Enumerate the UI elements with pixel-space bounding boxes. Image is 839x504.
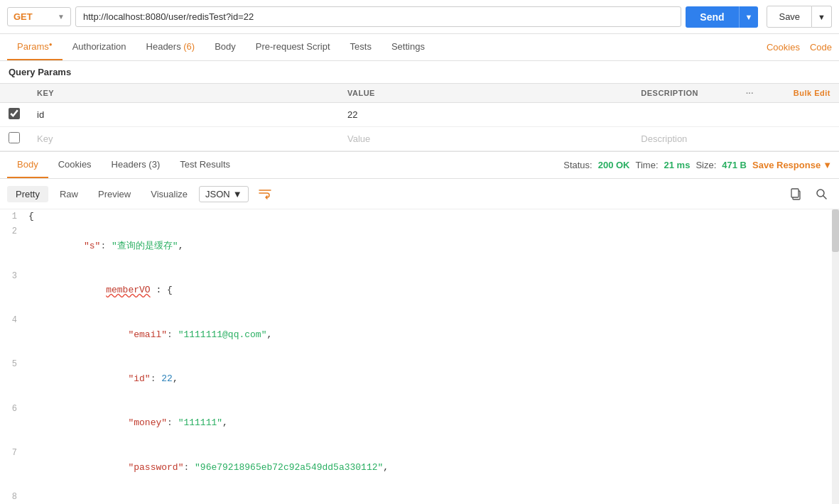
row-1-check[interactable] [0,103,28,127]
tab-tests[interactable]: Tests [340,34,381,60]
row-2-desc[interactable]: Description [632,127,735,151]
fmt-tab-preview[interactable]: Preview [90,186,139,202]
copy-icon[interactable] [785,183,806,204]
wrap-icon[interactable] [254,183,276,204]
tab-prerequest[interactable]: Pre-request Script [246,34,340,60]
tab-params[interactable]: Params● [7,34,63,60]
row-2-check[interactable] [0,127,28,151]
svg-rect-1 [791,189,799,197]
format-select-label: JSON [205,189,230,199]
scroll-track [832,209,839,504]
save-btn-group: Save ▼ [767,6,832,28]
row-2-actions [735,127,764,151]
row-1-actions [735,103,764,127]
top-bar: GET ▼ Send ▼ Save ▼ [0,0,839,34]
fmt-tab-pretty[interactable]: Pretty [7,186,48,202]
col-description: DESCRIPTION [632,84,735,103]
query-params-label: Query Params [0,61,839,84]
url-input[interactable] [75,6,681,27]
col-check [0,84,28,103]
bulk-edit-btn[interactable]: Bulk Edit [764,84,839,103]
tab-body[interactable]: Body [205,34,246,60]
tab-settings[interactable]: Settings [381,34,435,60]
size-value: 471 B [722,160,747,170]
send-dropdown-button[interactable]: ▼ [739,6,759,28]
status-label: Status: [563,160,592,170]
save-response-button[interactable]: Save Response ▼ [752,160,832,170]
row-1-desc[interactable] [632,103,735,127]
json-viewer: 1 { 2 "s": "查询的是缓存", 3 memberVO : { 4 [0,209,839,504]
save-dropdown-button[interactable]: ▼ [812,6,832,28]
send-button[interactable]: Send [686,6,738,28]
fmt-tab-raw[interactable]: Raw [51,186,87,202]
status-value: 200 OK [598,160,630,170]
params-table: KEY VALUE DESCRIPTION ··· Bulk Edit id 2… [0,84,839,151]
fmt-tab-visualize[interactable]: Visualize [142,186,196,202]
request-tabs: Params● Authorization Headers (6) Body P… [0,34,839,61]
json-line-5: 5 "id": 22, [0,357,839,401]
response-area: Body Cookies Headers (3) Test Results St… [0,151,839,504]
req-tabs-right: Cookies Code [767,42,832,53]
json-scroll-area: 1 { 2 "s": "查询的是缓存", 3 memberVO : { 4 [0,209,839,504]
size-label: Size: [695,160,716,170]
format-select-arrow-icon: ▼ [233,189,242,199]
col-value: VALUE [339,84,632,103]
json-line-6: 6 "money": "111111", [0,402,839,446]
method-arrow-icon: ▼ [58,13,65,21]
response-meta: Status: 200 OK Time: 21 ms Size: 471 B S… [563,160,832,170]
col-more: ··· [735,84,764,103]
table-row-placeholder: Key Value Description [0,127,839,151]
method-label: GET [13,11,33,22]
scroll-thumb[interactable] [832,209,839,252]
json-line-2: 2 "s": "查询的是缓存", [0,224,839,268]
row-2-value[interactable]: Value [339,127,632,151]
col-key: KEY [28,84,339,103]
json-line-4: 4 "email": "1111111@qq.com", [0,313,839,357]
search-icon[interactable] [811,183,832,204]
resp-tab-headers[interactable]: Headers (3) [102,152,170,178]
svg-line-3 [823,196,826,199]
tab-authorization[interactable]: Authorization [63,34,136,60]
cookies-link[interactable]: Cookies [767,42,800,53]
resp-tab-body[interactable]: Body [7,152,48,178]
row-1-key[interactable]: id [28,103,339,127]
row-2-key[interactable]: Key [28,127,339,151]
format-select[interactable]: JSON ▼ [199,186,249,202]
json-line-7: 7 "password": "96e79218965eb72c92a549dd5… [0,446,839,490]
response-tabs-bar: Body Cookies Headers (3) Test Results St… [0,152,839,179]
resp-tab-test-results[interactable]: Test Results [170,152,240,178]
resp-tab-cookies[interactable]: Cookies [48,152,102,178]
save-response-arrow-icon: ▼ [823,160,832,170]
method-select[interactable]: GET ▼ [7,7,71,26]
row-1-value[interactable]: 22 [339,103,632,127]
code-link[interactable]: Code [810,42,832,53]
save-button[interactable]: Save [767,6,812,28]
format-bar-right [785,183,832,204]
time-label: Time: [636,160,659,170]
send-btn-group: Send ▼ [686,6,758,28]
json-line-8: 8 "phone": "11111111111", [0,490,839,504]
time-value: 21 ms [664,160,691,170]
format-bar: Pretty Raw Preview Visualize JSON ▼ [0,179,839,209]
json-line-3: 3 memberVO : { [0,269,839,313]
json-line-1: 1 { [0,209,839,224]
table-row: id 22 [0,103,839,127]
tab-headers[interactable]: Headers (6) [136,34,205,60]
